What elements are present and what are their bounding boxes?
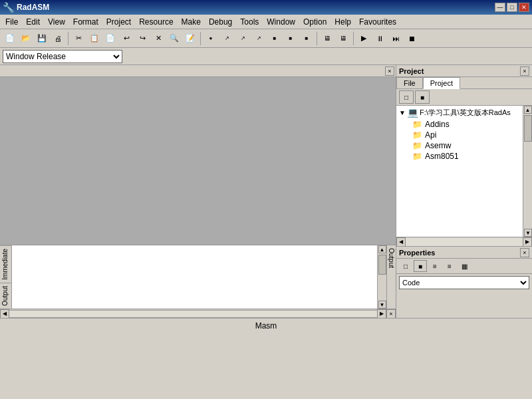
- bottom-hscroll: ◀ ▶ ×: [0, 309, 396, 318]
- btn5[interactable]: ■: [267, 31, 282, 46]
- pvscroll-up[interactable]: ▲: [524, 106, 532, 114]
- tab-file[interactable]: File: [396, 77, 423, 88]
- project-section: Project × File Project □ ■ ▼ 💻 F:\学习工具\英…: [396, 65, 532, 246]
- properties-panel: Properties × □ ■ ≡ ≡ ▦ Code: [396, 246, 532, 318]
- hscroll-track[interactable]: [9, 310, 377, 318]
- project-title: Project: [399, 67, 424, 75]
- new-button[interactable]: 📄: [3, 31, 17, 46]
- bottom-vscroll[interactable]: ▲ ▼: [377, 245, 386, 309]
- maximize-button[interactable]: □: [507, 3, 517, 12]
- menu-item-make[interactable]: Make: [178, 16, 205, 28]
- project-tabs: File Project: [396, 77, 532, 89]
- tree-item-api[interactable]: 📁 Api: [396, 130, 532, 140]
- tab-project[interactable]: Project: [423, 77, 460, 89]
- btn3[interactable]: ↗: [235, 31, 250, 46]
- tree-item-asm8051[interactable]: 📁 Asm8051: [396, 151, 532, 162]
- vscroll-thumb[interactable]: [378, 255, 386, 275]
- stop-button[interactable]: ⏹: [404, 31, 419, 46]
- paste-button[interactable]: 📄: [103, 31, 118, 46]
- phscroll-right[interactable]: ▶: [523, 237, 532, 247]
- btn1[interactable]: ●: [203, 31, 218, 46]
- editor-close-button[interactable]: ×: [385, 66, 394, 76]
- view-btn1[interactable]: 🖥: [320, 31, 334, 46]
- proj-btn2[interactable]: ■: [415, 90, 430, 104]
- tree-root-collapse[interactable]: ▼: [399, 109, 406, 116]
- step-button[interactable]: ⏭: [388, 31, 403, 46]
- edit-button[interactable]: 📝: [183, 31, 198, 46]
- phscroll-track[interactable]: [406, 238, 523, 246]
- sep4: [353, 32, 354, 45]
- btn4[interactable]: ↗: [251, 31, 266, 46]
- menu-item-edit[interactable]: Edit: [22, 16, 44, 28]
- output-side-label[interactable]: Output: [386, 245, 396, 271]
- bottom-side-labels: Immediate Output: [0, 245, 12, 309]
- btn2[interactable]: ↗: [219, 31, 234, 46]
- prop-btn2[interactable]: ■: [414, 260, 427, 272]
- project-hscroll: ◀ ▶: [396, 237, 532, 246]
- hscroll-right-btn[interactable]: ▶: [377, 309, 386, 319]
- tree-item-asemw[interactable]: 📁 Asemw: [396, 140, 532, 151]
- properties-content: [396, 291, 532, 318]
- vscroll-down-btn[interactable]: ▼: [378, 301, 386, 309]
- menu-item-format[interactable]: Format: [69, 16, 102, 28]
- menu-item-file[interactable]: File: [1, 16, 22, 28]
- project-header: Project ×: [396, 65, 532, 77]
- menu-item-tools[interactable]: Tools: [236, 16, 263, 28]
- phscroll-left[interactable]: ◀: [396, 237, 406, 247]
- pause-button[interactable]: ⏸: [372, 31, 387, 46]
- menu-item-help[interactable]: Help: [331, 16, 355, 28]
- undo-button[interactable]: ↩: [119, 31, 134, 46]
- bottom-panel-close[interactable]: ×: [386, 309, 396, 319]
- run-button[interactable]: ▶: [356, 31, 371, 46]
- immediate-tab[interactable]: Immediate: [0, 245, 11, 283]
- minimize-button[interactable]: —: [495, 3, 505, 12]
- close-button[interactable]: ✕: [519, 3, 529, 12]
- hscroll-left-btn[interactable]: ◀: [0, 309, 9, 319]
- menu-item-view[interactable]: View: [44, 16, 69, 28]
- btn6[interactable]: ■: [283, 31, 298, 46]
- properties-toolbar: □ ■ ≡ ≡ ▦: [396, 259, 532, 274]
- tree-root-path: F:\学习工具\英文版本RadAs: [420, 108, 511, 118]
- prop-btn3[interactable]: ≡: [428, 260, 442, 272]
- pvscroll-thumb[interactable]: [524, 115, 532, 142]
- menu-item-resource[interactable]: Resource: [135, 16, 177, 28]
- menu-item-window[interactable]: Window: [263, 16, 299, 28]
- save-button[interactable]: 💾: [35, 31, 49, 46]
- prop-btn5[interactable]: ▦: [458, 260, 471, 272]
- folder-label-addins: Addins: [425, 120, 450, 129]
- delete-button[interactable]: ✕: [151, 31, 166, 46]
- vscroll-up-btn[interactable]: ▲: [378, 245, 386, 253]
- menubar: FileEditViewFormatProjectResourceMakeDeb…: [0, 15, 532, 29]
- menu-item-debug[interactable]: Debug: [205, 16, 236, 28]
- print-button[interactable]: 🖨: [51, 31, 65, 46]
- properties-close-button[interactable]: ×: [520, 248, 529, 257]
- tree-item-addins[interactable]: 📁 Addins: [396, 119, 532, 130]
- menu-item-project[interactable]: Project: [102, 16, 135, 28]
- menu-item-option[interactable]: Option: [299, 16, 331, 28]
- open-button[interactable]: 📂: [19, 31, 33, 46]
- toolbar: 📄 📂 💾 🖨 ✂ 📋 📄 ↩ ↪ ✕ 🔍 📝 ● ↗ ↗ ↗ ■ ■ ■ 🖥 …: [0, 29, 532, 48]
- btn7[interactable]: ■: [299, 31, 314, 46]
- redo-button[interactable]: ↪: [135, 31, 150, 46]
- menu-item-favourites[interactable]: Favourites: [355, 16, 400, 28]
- copy-button[interactable]: 📋: [87, 31, 102, 46]
- cut-button[interactable]: ✂: [71, 31, 86, 46]
- proj-btn1[interactable]: □: [399, 90, 414, 104]
- output-tab[interactable]: Output: [0, 283, 11, 309]
- folder-label-asm8051: Asm8051: [425, 152, 459, 161]
- project-close-button[interactable]: ×: [520, 66, 529, 76]
- pvscroll-down[interactable]: ▼: [524, 229, 532, 237]
- titlebar-left: 🔧 RadASM: [3, 2, 49, 13]
- output-right-label[interactable]: Output: [386, 245, 396, 309]
- properties-select[interactable]: Code: [399, 276, 529, 289]
- project-vscroll[interactable]: ▲ ▼: [523, 106, 532, 237]
- editor-top-bar: ×: [0, 65, 396, 77]
- view-btn2[interactable]: 🖥: [336, 31, 350, 46]
- find-button[interactable]: 🔍: [167, 31, 182, 46]
- window-release-select[interactable]: Window Release Window Debug: [3, 50, 122, 63]
- titlebar: 🔧 RadASM — □ ✕: [0, 0, 532, 15]
- editor-panel: ×: [0, 65, 396, 245]
- prop-btn4[interactable]: ≡: [443, 260, 456, 272]
- prop-btn1[interactable]: □: [399, 260, 412, 272]
- properties-title: Properties: [399, 249, 435, 257]
